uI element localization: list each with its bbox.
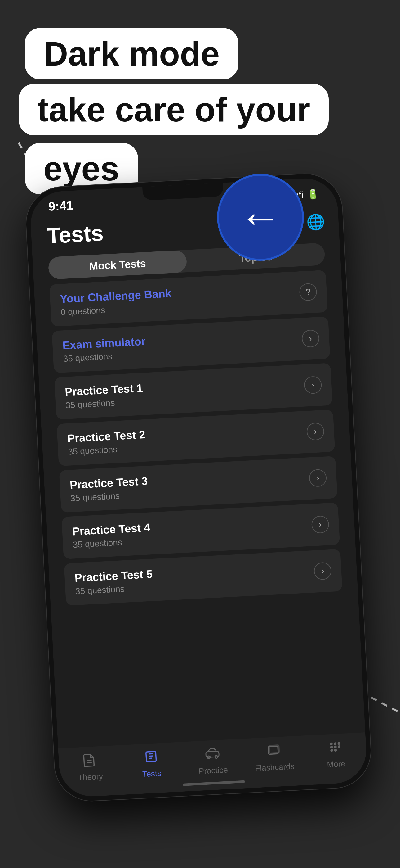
bubble-take-care: take care of your xyxy=(19,84,329,135)
nav-item-tests[interactable]: Tests xyxy=(120,748,183,780)
item-icon-p4: › xyxy=(311,515,329,534)
nav-label-theory: Theory xyxy=(77,771,103,782)
arrow-sign xyxy=(217,174,304,261)
item-icon-exam: › xyxy=(301,330,320,348)
item-icon-p3: › xyxy=(309,469,327,487)
item-icon-challenge: ? xyxy=(299,283,317,301)
screen: 9:41 ▐▌ wifi 🔋 Tests 🌐 Mock Tests Topics xyxy=(29,177,368,798)
svg-point-8 xyxy=(331,743,332,745)
list-item-practice-3[interactable]: Practice Test 3 35 questions › xyxy=(59,456,338,513)
flashcards-icon xyxy=(267,743,281,760)
item-name-p3: Practice Test 3 xyxy=(69,475,148,492)
list-item-practice-1[interactable]: Practice Test 1 35 questions › xyxy=(54,363,333,420)
item-icon-p2: › xyxy=(306,423,325,441)
item-name-exam: Exam simulator xyxy=(62,335,146,352)
item-icon-p1: › xyxy=(304,376,322,394)
nav-item-flashcards[interactable]: Flashcards xyxy=(243,742,306,774)
status-time: 9:41 xyxy=(48,198,73,214)
globe-icon[interactable]: 🌐 xyxy=(306,213,324,231)
svg-point-14 xyxy=(338,743,340,744)
svg-point-15 xyxy=(338,746,340,748)
svg-line-0 xyxy=(88,760,92,761)
bubble-eyes-text: eyes xyxy=(43,149,120,187)
nav-label-more: More xyxy=(327,759,346,769)
phone-frame: 9:41 ▐▌ wifi 🔋 Tests 🌐 Mock Tests Topics xyxy=(25,172,372,803)
item-icon-p5: › xyxy=(313,562,332,580)
nav-label-tests: Tests xyxy=(142,769,162,779)
item-name-p4: Practice Test 4 xyxy=(72,521,151,538)
item-sub-p3: 35 questions xyxy=(70,490,148,503)
nav-item-more[interactable]: More xyxy=(304,739,367,771)
scroll-content: Your Challenge Bank 0 questions ? Exam s… xyxy=(34,269,365,748)
list-item-practice-4[interactable]: Practice Test 4 35 questions › xyxy=(61,503,340,559)
list-item-exam-simulator[interactable]: Exam simulator 35 questions › xyxy=(52,316,330,373)
svg-point-11 xyxy=(334,746,336,748)
phone-container: 9:41 ▐▌ wifi 🔋 Tests 🌐 Mock Tests Topics xyxy=(25,172,372,803)
svg-point-12 xyxy=(331,749,333,751)
item-sub-exam: 35 questions xyxy=(63,349,146,364)
list-item-practice-5[interactable]: Practice Test 5 35 questions › xyxy=(64,549,342,606)
svg-point-10 xyxy=(331,746,332,748)
item-sub-p5: 35 questions xyxy=(75,582,154,596)
bubble-dark-mode: Dark mode xyxy=(25,28,238,80)
battery-icon: 🔋 xyxy=(307,188,319,200)
bubble-take-care-text: take care of your xyxy=(37,90,310,128)
bubble-dark-mode-text: Dark mode xyxy=(43,34,220,73)
list-item-practice-2[interactable]: Practice Test 2 35 questions › xyxy=(57,409,335,466)
list-item-challenge-bank[interactable]: Your Challenge Bank 0 questions ? xyxy=(49,270,328,327)
nav-item-practice[interactable]: Practice xyxy=(181,745,244,777)
theory-icon xyxy=(83,753,97,770)
item-name-p2: Practice Test 2 xyxy=(67,428,145,445)
practice-icon xyxy=(205,746,221,764)
svg-line-1 xyxy=(88,763,92,763)
nav-label-practice: Practice xyxy=(198,765,228,776)
item-sub-p2: 35 questions xyxy=(68,443,146,457)
item-name-p5: Practice Test 5 xyxy=(74,567,153,585)
page-title: Tests xyxy=(46,220,104,248)
svg-point-9 xyxy=(334,743,336,745)
item-sub-p1: 35 questions xyxy=(65,397,144,410)
more-icon xyxy=(328,740,342,757)
svg-point-13 xyxy=(335,749,336,751)
item-sub-p4: 35 questions xyxy=(72,536,151,550)
nav-label-flashcards: Flashcards xyxy=(255,762,295,773)
tests-icon xyxy=(144,749,158,767)
nav-item-theory[interactable]: Theory xyxy=(58,751,121,783)
item-name-p1: Practice Test 1 xyxy=(65,381,143,399)
tab-mock-tests[interactable]: Mock Tests xyxy=(48,250,187,279)
